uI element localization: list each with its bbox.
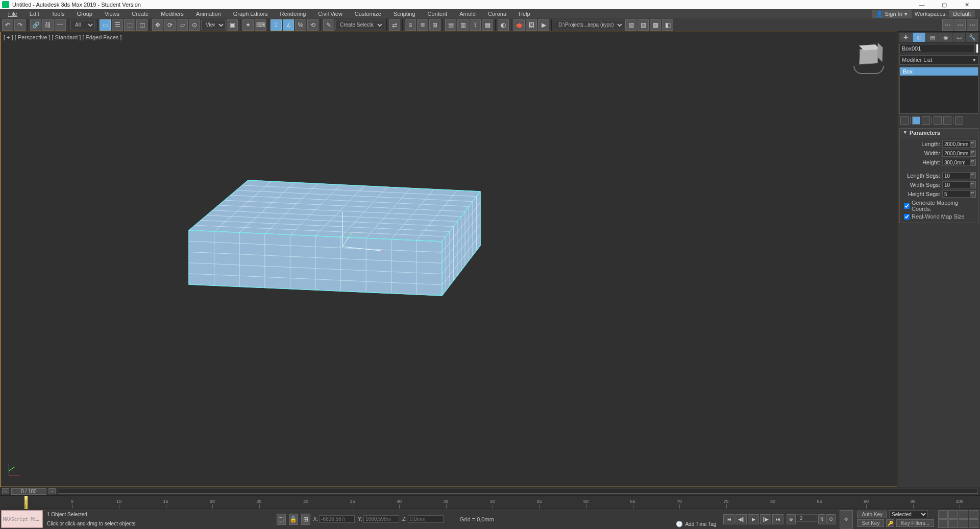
set-key-big-button[interactable]: ✥ [840,510,853,528]
menu-help[interactable]: Help [512,10,536,17]
toggle-ribbon-button[interactable]: ▥ [457,19,469,31]
menu-corona[interactable]: Corona [482,10,512,17]
move-button[interactable]: ✥ [152,19,163,31]
link-button[interactable]: 🔗 [30,19,41,31]
orbit-button[interactable] [959,519,968,528]
menu-customize[interactable]: Customize [349,10,387,17]
viewport-perspective[interactable]: [ + ] [ Perspective ] [ Standard ] [ Edg… [0,32,897,487]
menu-modifiers[interactable]: Modifiers [155,10,190,17]
project-path-dropdown[interactable]: D:\Projects...вера (курс) [554,20,624,30]
render-production-button[interactable]: ▶ [538,19,549,31]
unlink-button[interactable]: ⛓ [42,19,54,31]
corona-btn3[interactable]: ▩ [650,19,661,31]
length-segs-field[interactable] [942,172,971,179]
goto-start-button[interactable]: ⏮ [723,514,734,524]
menu-tools[interactable]: Tools [45,10,71,17]
autokey-button[interactable]: Auto Key [857,511,887,518]
menu-edit[interactable]: Edit [23,10,45,17]
menu-scripting[interactable]: Scripting [387,10,422,17]
create-tab[interactable]: ✚ [899,33,912,42]
pin-stack-button[interactable] [900,116,909,125]
key-target-dropdown[interactable]: Selected [889,510,928,518]
menu-group[interactable]: Group [70,10,99,17]
rectangular-region-button[interactable]: ⬚ [124,19,135,31]
next-key-button[interactable]: ∥▶ [760,514,771,524]
close-button[interactable]: ✕ [955,0,978,9]
time-config-button[interactable]: ⏱ [826,514,836,524]
manipulate-button[interactable]: ✦ [242,19,254,31]
menu-content[interactable]: Content [422,10,454,17]
viewport-label[interactable]: [ + ] [ Perspective ] [ Standard ] [ Edg… [4,34,121,40]
remove-modifier-button[interactable] [934,116,942,125]
spinner-snap-button[interactable]: ⟲ [307,19,318,31]
x-field[interactable] [319,515,355,523]
menu-civil-view[interactable]: Civil View [312,10,348,17]
menu-animation[interactable]: Animation [190,10,227,17]
abs-rel-toggle[interactable]: ⊞ [301,514,310,525]
render-setup-button[interactable]: 🫖 [513,19,525,31]
key-mode-button[interactable]: ⊕ [787,514,796,524]
maximize-viewport-button[interactable] [969,519,978,528]
menu-file[interactable]: File [2,10,23,17]
width-spinner[interactable]: ▴▾ [971,150,976,157]
utilities-tab[interactable]: 🔧 [966,33,978,42]
height-spinner[interactable]: ▴▾ [971,159,976,166]
minimize-button[interactable]: — [911,0,933,9]
play-button[interactable]: ▶ [748,514,759,524]
placement-button[interactable]: ⊙ [189,19,200,31]
modify-tab[interactable]: ◐ [913,33,925,42]
align-button[interactable]: ≡ [405,19,416,31]
maximize-button[interactable]: ▢ [933,0,955,9]
toggle-layers-button[interactable]: ▤ [445,19,456,31]
prev-key-button[interactable]: ◀∥ [736,514,747,524]
object-name-field[interactable] [899,44,975,53]
named-selection-dropdown[interactable]: Create Selection Se [335,20,384,30]
snaps-2d-button[interactable]: 2 [271,19,282,31]
zoom-all-button[interactable] [948,510,958,519]
snaps-percent-button[interactable]: % [295,19,306,31]
generate-mapping-checkbox[interactable] [904,203,910,209]
menu-graph-editors[interactable]: Graph Editors [227,10,274,17]
zoom-button[interactable] [938,510,948,519]
viewcube[interactable] [851,42,887,78]
length-field[interactable] [942,140,971,148]
prev-frame-button[interactable]: < [2,488,9,494]
corona-btn4[interactable]: ◧ [662,19,673,31]
extra-btn3[interactable]: ⋯ [967,19,978,31]
render-frame-button[interactable]: 🖼 [526,19,537,31]
next-frame-button[interactable]: > [48,488,56,494]
snaps-angle-button[interactable]: ∡ [283,19,294,31]
show-end-result-button[interactable] [912,116,920,125]
track-bar[interactable]: 0510152025303540455055606570758085909510… [0,495,980,509]
align-quick-button[interactable]: ≣ [417,19,428,31]
lock-icon[interactable]: 🔒 [289,514,298,525]
goto-end-button[interactable]: ⏭ [772,514,783,524]
workspaces-selector[interactable]: Workspaces: Default [915,10,975,17]
y-field[interactable] [363,515,399,523]
realworld-checkbox[interactable] [904,214,910,220]
width-field[interactable] [942,150,971,157]
frame-spinner[interactable]: ⇅ [818,514,825,524]
pan-button[interactable] [948,519,958,528]
align-normal-button[interactable]: ⊞ [429,19,440,31]
menu-create[interactable]: Create [126,10,155,17]
key-icon-button[interactable]: 🔑 [886,519,894,527]
selection-filter-dropdown[interactable]: All [70,20,95,30]
frame-number-field[interactable] [797,514,817,522]
select-by-name-button[interactable]: ☰ [112,19,123,31]
use-pivot-center-button[interactable]: ▣ [227,19,238,31]
modifier-stack-item-box[interactable]: Box [900,67,978,76]
modifier-list-dropdown[interactable]: Modifier List▾ [899,55,978,65]
length-segs-spinner[interactable]: ▴▾ [971,172,976,179]
setkey-button[interactable]: Set Key [857,519,884,527]
keyboard-shortcut-button[interactable]: ⌨ [255,19,266,31]
display-tab[interactable]: ▭ [952,33,965,42]
height-segs-field[interactable] [942,190,971,198]
object-color-swatch[interactable] [976,44,978,53]
window-crossing-button[interactable]: ◫ [136,19,148,31]
sign-in-button[interactable]: 👤 Sign In ▾ [872,10,912,18]
schematic-view-button[interactable]: ▦ [482,19,493,31]
modifier-stack[interactable]: Box [899,67,978,114]
configure-sets-button[interactable] [943,116,951,125]
zoom-extents-all-button[interactable] [969,510,978,519]
